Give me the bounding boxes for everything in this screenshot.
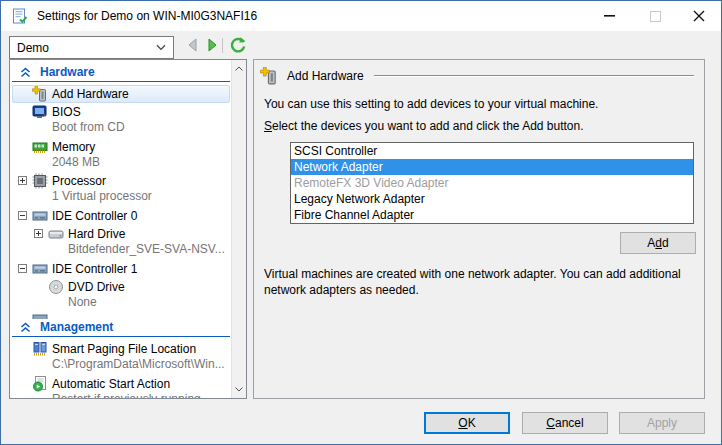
memory-icon — [32, 139, 48, 155]
scroll-down-button[interactable] — [232, 382, 246, 397]
cancel-button[interactable]: Cancel — [522, 412, 608, 434]
sidebar-item-label: Add Hardware — [52, 87, 129, 101]
hard-drive-icon — [48, 226, 64, 242]
sidebar-item-bios[interactable]: BIOS — [10, 103, 232, 120]
device-option-remotefx-3d-video-adapter: RemoteFX 3D Video Adapter — [291, 175, 693, 191]
section-header-management[interactable]: Management — [10, 319, 232, 335]
section-rule — [12, 336, 230, 337]
collapse-double-chevron-icon — [20, 322, 31, 333]
toolbar-separator — [222, 38, 223, 53]
ide-controller-icon — [32, 261, 48, 277]
clipped-device-icon — [32, 314, 48, 320]
collapse-minus-icon[interactable] — [18, 264, 27, 273]
scroll-up-button[interactable] — [232, 61, 246, 76]
sidebar-item-label: IDE Controller 1 — [52, 262, 137, 276]
sidebar-item-label: DVD Drive — [68, 280, 125, 294]
sidebar-item-processor[interactable]: Processor — [10, 172, 232, 189]
section-label: Management — [40, 320, 113, 334]
sidebar-item-sublabel: Restart if previously running — [10, 392, 232, 398]
navigate-back-button — [185, 37, 201, 53]
settings-document-icon — [12, 8, 28, 24]
sidebar: Hardware Add Hardware BIOS — [9, 59, 247, 399]
smart-paging-icon — [32, 341, 48, 357]
header-rule — [374, 75, 694, 77]
sidebar-item-label: Memory — [52, 140, 95, 154]
scroll-down-icon — [235, 387, 243, 392]
device-option-legacy-network-adapter[interactable]: Legacy Network Adapter — [291, 191, 693, 207]
collapse-double-chevron-icon — [20, 67, 31, 78]
add-hardware-icon — [260, 67, 278, 85]
sidebar-item-memory[interactable]: Memory — [10, 138, 232, 155]
section-header-hardware[interactable]: Hardware — [10, 64, 232, 80]
close-button[interactable] — [679, 1, 719, 31]
window-title: Settings for Demo on WIN-MI0G3NAFI16 — [37, 9, 257, 23]
minimize-icon — [604, 15, 615, 17]
sidebar-item-add-hardware[interactable]: Add Hardware — [12, 85, 230, 103]
maximize-button — [635, 1, 675, 31]
device-option-network-adapter[interactable]: Network Adapter — [291, 159, 693, 175]
sidebar-scrollbar[interactable] — [231, 60, 246, 398]
vm-selector-value: Demo — [17, 41, 156, 55]
toolbar: Demo — [1, 31, 721, 59]
vm-selector-dropdown[interactable]: Demo — [9, 36, 174, 59]
sidebar-item-automatic-start-action[interactable]: Automatic Start Action — [10, 375, 232, 392]
dvd-drive-icon — [48, 279, 64, 295]
minimize-button[interactable] — [589, 1, 629, 31]
ide-controller-icon — [32, 208, 48, 224]
apply-button: Apply — [619, 412, 705, 434]
sidebar-item-sublabel: C:\ProgramData\Microsoft\Win... — [10, 357, 232, 373]
add-button[interactable]: Add — [620, 232, 696, 254]
expand-plus-icon[interactable] — [34, 229, 43, 238]
titlebar: Settings for Demo on WIN-MI0G3NAFI16 — [1, 1, 721, 31]
sidebar-item-clipped[interactable]: ~ — [10, 313, 232, 319]
sidebar-tree: Hardware Add Hardware BIOS — [10, 60, 232, 398]
device-option-scsi-controller[interactable]: SCSI Controller — [291, 143, 693, 159]
sidebar-item-sublabel: Bitdefender_SVE-SVA-NSV... — [10, 242, 232, 258]
pane-header: Add Hardware — [260, 66, 694, 86]
automatic-start-icon — [32, 376, 48, 392]
expand-plus-icon[interactable] — [18, 176, 27, 185]
sidebar-item-label: BIOS — [52, 105, 81, 119]
settings-window: Settings for Demo on WIN-MI0G3NAFI16 Dem… — [0, 0, 722, 445]
sidebar-item-label: IDE Controller 0 — [52, 209, 137, 223]
maximize-icon — [650, 11, 661, 22]
section-label: Hardware — [40, 65, 95, 79]
sidebar-item-smart-paging-file-location[interactable]: Smart Paging File Location — [10, 340, 232, 357]
sidebar-item-label: Smart Paging File Location — [52, 342, 196, 356]
sidebar-item-hard-drive[interactable]: Hard Drive — [10, 225, 232, 242]
device-option-fibre-channel-adapter[interactable]: Fibre Channel Adapter — [291, 207, 693, 223]
device-listbox[interactable]: SCSI Controller Network Adapter RemoteFX… — [290, 142, 694, 224]
ok-button[interactable]: OK — [424, 412, 510, 434]
scroll-up-icon — [235, 66, 243, 71]
sidebar-item-sublabel: Boot from CD — [10, 120, 232, 136]
chevron-down-icon — [156, 44, 166, 51]
sidebar-item-label: Automatic Start Action — [52, 377, 170, 391]
note-text: Virtual machines are created with one ne… — [264, 266, 702, 298]
sidebar-item-sublabel: 2048 MB — [10, 155, 232, 171]
close-icon — [693, 10, 705, 22]
navigate-forward-button[interactable] — [204, 37, 220, 53]
processor-icon — [32, 173, 48, 189]
add-hardware-icon — [32, 86, 48, 102]
sidebar-item-ide-controller-1[interactable]: IDE Controller 1 — [10, 260, 232, 277]
collapse-minus-icon[interactable] — [18, 211, 27, 220]
bios-icon — [32, 104, 48, 120]
sidebar-item-label: Processor — [52, 174, 106, 188]
section-rule — [12, 81, 230, 82]
sidebar-item-sublabel: 1 Virtual processor — [10, 189, 232, 205]
sidebar-item-ide-controller-0[interactable]: IDE Controller 0 — [10, 207, 232, 224]
sidebar-item-label: Hard Drive — [68, 227, 125, 241]
sidebar-item-sublabel: None — [10, 295, 232, 311]
add-hardware-pane: Add Hardware You can use this setting to… — [253, 59, 705, 399]
intro-text: You can use this setting to add devices … — [264, 97, 598, 111]
instruction-text: Select the devices you want to add and c… — [264, 119, 584, 133]
refresh-button[interactable] — [229, 36, 247, 54]
pane-title: Add Hardware — [287, 69, 364, 83]
sidebar-item-dvd-drive[interactable]: DVD Drive — [10, 278, 232, 295]
